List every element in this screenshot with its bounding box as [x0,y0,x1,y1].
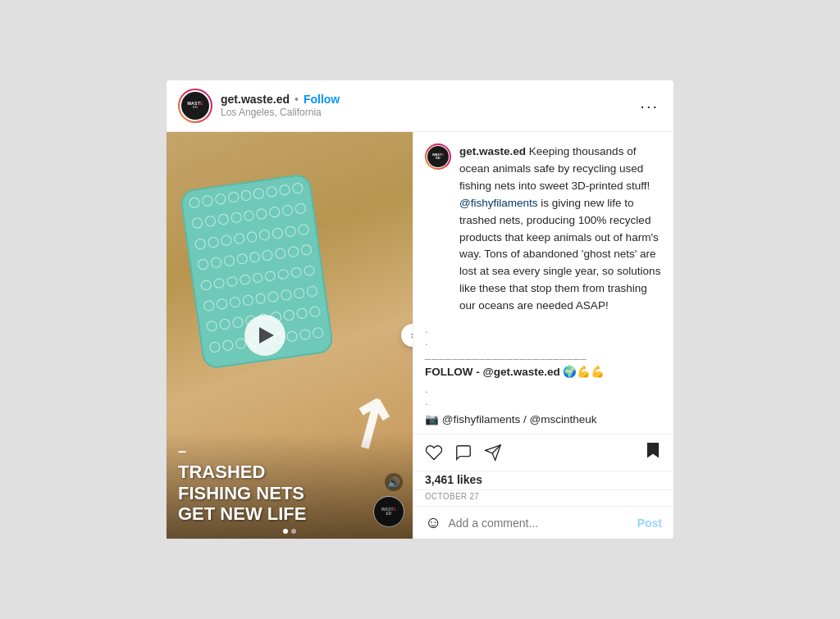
header-username-row: get.waste.ed • Follow [221,93,637,106]
case-grid-cell [214,193,226,205]
caption-body2: is giving new life to trashed nets, prod… [459,197,660,312]
case-grid-cell [262,249,274,262]
case-grid-cell [300,244,313,257]
caption-mention1[interactable]: @fishyfilaments [459,197,537,209]
dot-line-1: . [425,323,662,335]
like-button[interactable] [425,444,443,462]
comment-input[interactable] [448,517,630,530]
post-header: WASTE ED get.waste.ed • Follow Los Angel… [167,80,673,132]
caption-avatar-ring: WASTEED [425,143,451,170]
indicator-dot-1 [283,529,288,534]
case-grid-cell [243,210,255,222]
case-grid-cell [206,321,218,333]
case-grid-cell [287,246,299,258]
case-grid-cell [279,184,291,196]
case-grid-cell [189,197,201,209]
case-grid-cell [200,279,212,291]
avatar-ring: WASTE ED [178,89,212,123]
case-grid-cell [254,293,267,305]
case-grid-cell [213,277,226,289]
case-grid-cell [223,255,235,267]
case-grid-cell [226,275,238,288]
caption-dots-1: . . ________________________ [425,323,662,360]
case-grid-cell [272,227,284,239]
headline-line1: TRASHED [178,462,265,482]
case-grid-cell [219,318,231,330]
header-info: get.waste.ed • Follow Los Angeles, Calif… [221,93,637,118]
image-dash: – [178,443,401,460]
case-grid-cell [312,326,324,339]
case-grid-cell [296,307,308,320]
post-image-wrap: ↗ 🔊 WASTEED – TRASHED FISHING NETS GET N… [167,132,413,539]
image-text-overlay: – TRASHED FISHING NETS GET NEW LIFE [167,433,413,539]
case-grid-cell [249,251,261,263]
svg-marker-2 [648,444,659,457]
likes-count: 3,461 likes [413,471,673,490]
case-grid-cell [294,287,306,299]
comment-button[interactable] [454,444,472,462]
post-location: Los Angeles, California [221,107,637,118]
caption-area: WASTEED get.waste.ed Keeping thousands o… [413,132,673,435]
avatar-inner: WASTE ED [180,90,211,121]
case-grid-cell [210,257,222,269]
case-grid-cell [285,225,297,238]
case-grid-cell [267,290,280,303]
caption-username[interactable]: get.waste.ed [459,145,526,157]
caption-dots-2: . . [425,383,662,407]
case-grid-cell [266,186,278,198]
case-grid-cell [221,339,234,351]
case-grid-cell [229,296,241,308]
case-grid-cell [304,265,316,277]
case-grid-cell [283,309,295,321]
post-comment-button[interactable]: Post [637,517,662,530]
case-grid-cell [208,341,221,353]
play-triangle-icon [259,327,274,344]
share-button[interactable] [484,444,502,462]
save-button[interactable] [644,441,662,464]
caption-text: get.waste.ed Keeping thousands of ocean … [459,143,662,315]
case-grid-cell [216,298,228,310]
caption-header: WASTEED get.waste.ed Keeping thousands o… [425,143,662,315]
case-grid-cell [294,203,307,215]
headline-line3: GET NEW LIFE [178,503,306,524]
post-date: OCTOBER 27 [413,490,673,506]
case-grid-cell [265,270,277,282]
username-text[interactable]: get.waste.ed [221,93,290,106]
case-grid-cell [258,229,271,241]
case-grid-cell [309,306,322,318]
profile-logo-badge: WASTE ED [181,92,209,120]
more-options-button[interactable]: ··· [637,94,662,117]
case-grid-cell [286,330,299,342]
case-grid-cell [246,230,258,243]
separator-line: ________________________ [425,348,662,360]
case-grid-cell [203,299,215,312]
play-button[interactable] [244,315,285,356]
case-grid-cell [269,207,281,219]
case-grid-cell [253,188,265,200]
headline-line2: FISHING NETS [178,483,304,503]
caption-follow-line: FOLLOW - @get.waste.ed 🌍💪💪 [425,365,662,378]
case-grid-cell [239,274,251,286]
caption-avatar-inner: WASTEED [427,145,450,168]
post-body: ↗ 🔊 WASTEED – TRASHED FISHING NETS GET N… [167,132,673,539]
indicator-dot-2 [291,529,296,534]
dot-line-2: . [425,335,662,348]
case-grid-cell [277,268,290,280]
caption-camera-line: 📷 @fishyfilaments / @mscintheuk [425,412,662,426]
case-grid-cell [217,214,230,226]
image-headline: TRASHED FISHING NETS GET NEW LIFE [178,462,401,524]
logo-text-bottom: ED [193,106,198,109]
case-grid-cell [233,232,245,244]
case-grid-cell [256,208,268,221]
case-grid-cell [194,238,207,250]
case-grid-cell [201,195,213,207]
case-grid-cell [281,204,294,216]
emoji-picker-button[interactable]: ☺ [425,513,441,532]
case-grid-cell [236,253,249,266]
case-grid-cell [230,212,242,224]
case-grid-cell [242,294,254,307]
case-grid-cell [252,271,264,284]
post-content: WASTEED get.waste.ed Keeping thousands o… [413,132,673,539]
post-card: WASTE ED get.waste.ed • Follow Los Angel… [166,80,674,539]
follow-button[interactable]: Follow [304,93,340,106]
